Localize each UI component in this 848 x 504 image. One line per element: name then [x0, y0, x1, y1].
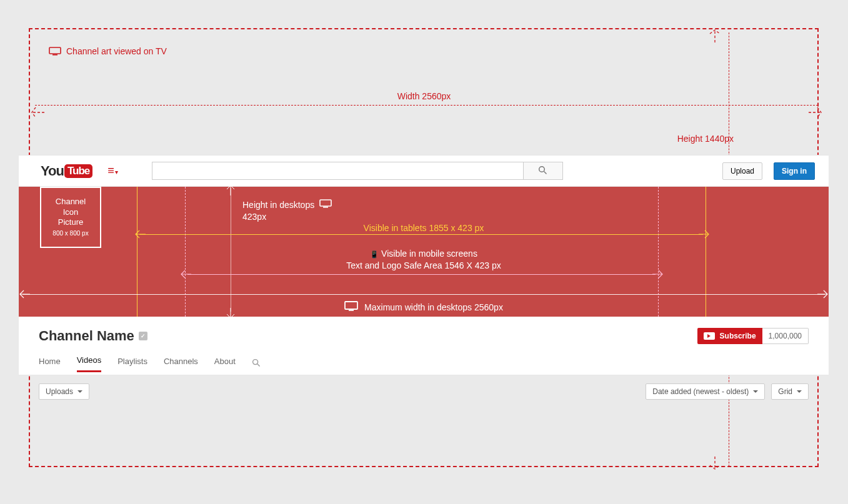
arrow-down-icon	[707, 455, 722, 470]
tv-caption: Channel art viewed on TV	[49, 46, 167, 56]
arrow-left-pink-icon	[180, 268, 192, 280]
search-icon	[538, 166, 547, 177]
caret-down-icon	[753, 390, 758, 393]
channel-icon-l1: Channel	[56, 197, 86, 207]
channel-header: Channel Name Subscribe 1,000,000 Home Vi…	[19, 317, 829, 375]
channel-art-banner: Channel Icon Picture 800 x 800 px Height…	[19, 187, 829, 317]
svg-point-8	[252, 360, 257, 365]
channel-name-text: Channel Name	[39, 328, 134, 344]
svg-rect-4	[320, 200, 331, 206]
desktop-icon	[344, 301, 358, 313]
tablet-span-line	[139, 234, 703, 235]
play-icon	[704, 332, 715, 340]
tv-caption-text: Channel art viewed on TV	[66, 46, 167, 56]
svg-line-9	[257, 364, 260, 367]
signin-button[interactable]: Sign in	[774, 162, 815, 180]
logo-you: You	[41, 163, 64, 179]
tab-search-icon[interactable]	[252, 358, 261, 369]
desktop-icon	[319, 199, 332, 211]
youtube-logo[interactable]: You Tube	[41, 163, 92, 179]
verified-icon	[139, 332, 147, 340]
arrow-left-white-icon	[19, 288, 31, 300]
caret-down-icon	[797, 390, 802, 393]
svg-rect-7	[349, 310, 354, 311]
arrow-left-yellow-icon	[134, 228, 147, 240]
channel-icon-placeholder: Channel Icon Picture 800 x 800 px	[40, 187, 101, 248]
tab-channels[interactable]: Channels	[164, 357, 198, 372]
arrow-right-yellow-icon	[697, 228, 710, 240]
max-width-line	[22, 294, 825, 295]
layout-dropdown[interactable]: Grid	[771, 383, 809, 400]
caret-down-icon	[77, 390, 82, 393]
channel-tabs: Home Videos Playlists Channels About	[19, 344, 829, 372]
upload-button[interactable]: Upload	[722, 162, 762, 180]
logo-tube: Tube	[64, 164, 92, 178]
uploads-dropdown[interactable]: Uploads	[39, 383, 89, 400]
arrow-right-icon	[807, 105, 822, 120]
search-form	[152, 162, 563, 180]
sort-label: Date added (newest - oldest)	[652, 387, 749, 396]
mobile-safe-l1: Visible in mobile screens	[381, 249, 477, 259]
tv-icon	[49, 47, 61, 56]
tab-home[interactable]: Home	[39, 357, 61, 372]
mobile-safe-label: 📱Visible in mobile screens Text and Logo…	[19, 248, 829, 272]
svg-rect-1	[52, 54, 57, 56]
uploads-label: Uploads	[46, 387, 73, 396]
svg-rect-0	[49, 47, 61, 54]
arrow-right-pink-icon	[651, 268, 664, 280]
height-dimension-label: Height 1440px	[677, 134, 734, 144]
video-filters-bar: Uploads Date added (newest - oldest) Gri…	[19, 375, 829, 408]
desktop-height-label: Height in desktops 423px	[242, 199, 332, 223]
subscriber-count: 1,000,000	[762, 328, 809, 344]
mobile-safe-l2: Text and Logo Safe Area 1546 X 423 px	[19, 260, 829, 272]
arrow-right-white-icon	[816, 288, 829, 300]
search-input[interactable]	[152, 162, 523, 180]
layout-label: Grid	[778, 387, 792, 396]
svg-point-2	[539, 166, 545, 172]
max-width-text: Maximum width in desktops 2560px	[364, 302, 503, 312]
safe-span-line	[187, 274, 656, 275]
search-button[interactable]	[523, 162, 563, 180]
svg-rect-6	[345, 302, 357, 309]
width-dimension-line	[35, 105, 818, 106]
svg-rect-5	[323, 207, 328, 208]
topbar: You Tube ≡▾ Upload Sign in	[19, 155, 829, 187]
max-width-label: Maximum width in desktops 2560px	[19, 301, 829, 313]
guide-menu-icon[interactable]: ≡▾	[104, 164, 122, 177]
mobile-icon: 📱	[370, 250, 379, 258]
subscribe-button[interactable]: Subscribe	[697, 328, 762, 344]
arrow-up-icon	[707, 29, 722, 44]
tab-playlists[interactable]: Playlists	[117, 357, 147, 372]
width-dimension-label: Width 2560px	[0, 91, 848, 101]
desktop-height-l1: Height in desktops	[242, 199, 314, 211]
arrow-left-icon	[31, 105, 46, 120]
subscribe-text: Subscribe	[720, 332, 756, 340]
svg-line-3	[544, 171, 547, 174]
channel-icon-l2: Icon	[63, 207, 79, 217]
tab-about[interactable]: About	[214, 357, 236, 372]
desktop-height-l2: 423px	[242, 211, 332, 223]
channel-name: Channel Name	[39, 328, 147, 344]
arrow-up-small-icon	[224, 184, 237, 197]
sort-dropdown[interactable]: Date added (newest - oldest)	[646, 383, 765, 400]
tab-videos[interactable]: Videos	[77, 355, 102, 372]
subscribe-group: Subscribe 1,000,000	[697, 328, 809, 344]
